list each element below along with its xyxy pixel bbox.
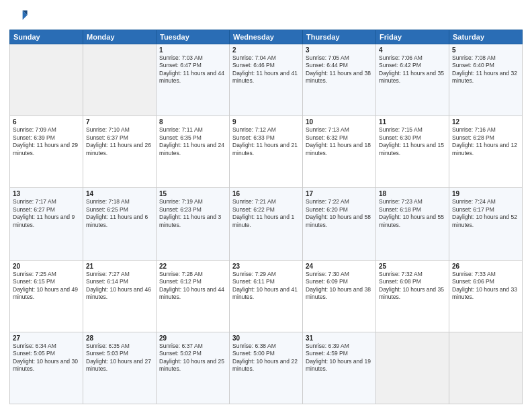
day-info: Sunrise: 7:17 AM Sunset: 6:27 PM Dayligh… [13,198,80,229]
weekday-header-monday: Monday [83,30,157,44]
calendar-cell: 1Sunrise: 7:03 AM Sunset: 6:47 PM Daylig… [157,44,230,116]
day-info: Sunrise: 7:04 AM Sunset: 6:46 PM Dayligh… [232,54,300,85]
day-number: 14 [86,190,153,197]
day-number: 7 [86,118,153,126]
calendar-cell: 24Sunrise: 7:30 AM Sunset: 6:09 PM Dayli… [303,260,376,332]
calendar-cell: 4Sunrise: 7:06 AM Sunset: 6:42 PM Daylig… [376,44,449,116]
day-number: 18 [379,190,446,197]
weekday-header-saturday: Saturday [449,30,523,44]
day-number: 10 [306,118,373,126]
day-number: 6 [13,118,80,126]
day-info: Sunrise: 7:08 AM Sunset: 6:40 PM Dayligh… [452,54,519,85]
calendar-cell: 3Sunrise: 7:05 AM Sunset: 6:44 PM Daylig… [303,44,376,116]
day-number: 19 [452,190,519,197]
calendar-cell: 19Sunrise: 7:24 AM Sunset: 6:17 PM Dayli… [449,188,523,260]
day-number: 29 [159,334,226,342]
calendar-cell [376,332,449,404]
day-number: 21 [86,263,153,270]
calendar: SundayMondayTuesdayWednesdayThursdayFrid… [9,30,523,404]
calendar-cell: 13Sunrise: 7:17 AM Sunset: 6:27 PM Dayli… [10,188,83,260]
day-number: 3 [306,46,373,54]
calendar-cell: 31Sunrise: 6:39 AM Sunset: 4:59 PM Dayli… [303,332,376,404]
weekday-header-thursday: Thursday [303,30,376,44]
day-info: Sunrise: 7:18 AM Sunset: 6:25 PM Dayligh… [86,198,153,229]
calendar-cell: 8Sunrise: 7:11 AM Sunset: 6:35 PM Daylig… [157,116,230,188]
day-number: 20 [13,263,80,270]
weekday-header-sunday: Sunday [10,30,83,44]
calendar-cell: 18Sunrise: 7:23 AM Sunset: 6:18 PM Dayli… [376,188,449,260]
weekday-header-friday: Friday [376,30,449,44]
logo-icon [9,7,28,26]
calendar-cell: 26Sunrise: 7:33 AM Sunset: 6:06 PM Dayli… [449,260,523,332]
day-number: 27 [13,334,80,342]
day-info: Sunrise: 7:05 AM Sunset: 6:44 PM Dayligh… [306,54,373,85]
calendar-cell: 15Sunrise: 7:19 AM Sunset: 6:23 PM Dayli… [157,188,230,260]
day-info: Sunrise: 6:35 AM Sunset: 5:03 PM Dayligh… [86,342,153,373]
day-info: Sunrise: 7:30 AM Sunset: 6:09 PM Dayligh… [306,271,373,302]
calendar-cell: 6Sunrise: 7:09 AM Sunset: 6:39 PM Daylig… [10,116,83,188]
day-number: 22 [159,263,226,270]
calendar-cell: 2Sunrise: 7:04 AM Sunset: 6:46 PM Daylig… [230,44,303,116]
day-number: 1 [159,46,226,54]
day-number: 30 [232,334,300,342]
day-number: 26 [452,263,519,270]
day-info: Sunrise: 7:12 AM Sunset: 6:33 PM Dayligh… [232,126,300,157]
day-info: Sunrise: 7:15 AM Sunset: 6:30 PM Dayligh… [379,126,446,157]
calendar-cell: 22Sunrise: 7:28 AM Sunset: 6:12 PM Dayli… [157,260,230,332]
day-info: Sunrise: 7:27 AM Sunset: 6:14 PM Dayligh… [86,271,153,302]
day-number: 23 [232,263,300,270]
calendar-cell: 11Sunrise: 7:15 AM Sunset: 6:30 PM Dayli… [376,116,449,188]
calendar-cell: 30Sunrise: 6:38 AM Sunset: 5:00 PM Dayli… [230,332,303,404]
day-number: 28 [86,334,153,342]
calendar-cell: 17Sunrise: 7:22 AM Sunset: 6:20 PM Dayli… [303,188,376,260]
day-info: Sunrise: 6:37 AM Sunset: 5:02 PM Dayligh… [159,342,226,373]
calendar-cell: 20Sunrise: 7:25 AM Sunset: 6:15 PM Dayli… [10,260,83,332]
calendar-cell [449,332,523,404]
day-info: Sunrise: 6:34 AM Sunset: 5:05 PM Dayligh… [13,342,80,373]
day-info: Sunrise: 7:10 AM Sunset: 6:37 PM Dayligh… [86,126,153,157]
day-info: Sunrise: 7:25 AM Sunset: 6:15 PM Dayligh… [13,271,80,302]
day-info: Sunrise: 7:24 AM Sunset: 6:17 PM Dayligh… [452,198,519,229]
day-number: 24 [306,263,373,270]
day-number: 8 [159,118,226,126]
day-info: Sunrise: 7:09 AM Sunset: 6:39 PM Dayligh… [13,126,80,157]
day-info: Sunrise: 7:03 AM Sunset: 6:47 PM Dayligh… [159,54,226,85]
calendar-cell: 25Sunrise: 7:32 AM Sunset: 6:08 PM Dayli… [376,260,449,332]
day-number: 16 [232,190,300,197]
day-info: Sunrise: 7:23 AM Sunset: 6:18 PM Dayligh… [379,198,446,229]
day-number: 4 [379,46,446,54]
day-number: 11 [379,118,446,126]
weekday-header-tuesday: Tuesday [157,30,230,44]
day-info: Sunrise: 7:16 AM Sunset: 6:28 PM Dayligh… [452,126,519,157]
day-info: Sunrise: 7:28 AM Sunset: 6:12 PM Dayligh… [159,271,226,302]
day-info: Sunrise: 7:13 AM Sunset: 6:32 PM Dayligh… [306,126,373,157]
day-number: 5 [452,46,519,54]
calendar-cell: 23Sunrise: 7:29 AM Sunset: 6:11 PM Dayli… [230,260,303,332]
day-info: Sunrise: 6:39 AM Sunset: 4:59 PM Dayligh… [306,342,373,373]
day-info: Sunrise: 7:19 AM Sunset: 6:23 PM Dayligh… [159,198,226,229]
calendar-cell: 28Sunrise: 6:35 AM Sunset: 5:03 PM Dayli… [83,332,157,404]
calendar-cell: 9Sunrise: 7:12 AM Sunset: 6:33 PM Daylig… [230,116,303,188]
calendar-cell: 10Sunrise: 7:13 AM Sunset: 6:32 PM Dayli… [303,116,376,188]
day-number: 2 [232,46,300,54]
calendar-cell: 14Sunrise: 7:18 AM Sunset: 6:25 PM Dayli… [83,188,157,260]
logo [9,7,31,26]
day-info: Sunrise: 7:21 AM Sunset: 6:22 PM Dayligh… [232,198,300,229]
day-info: Sunrise: 7:22 AM Sunset: 6:20 PM Dayligh… [306,198,373,229]
day-info: Sunrise: 7:32 AM Sunset: 6:08 PM Dayligh… [379,271,446,302]
day-number: 13 [13,190,80,197]
calendar-cell [83,44,157,116]
day-number: 25 [379,263,446,270]
weekday-header-wednesday: Wednesday [230,30,303,44]
calendar-cell: 27Sunrise: 6:34 AM Sunset: 5:05 PM Dayli… [10,332,83,404]
calendar-cell [10,44,83,116]
day-info: Sunrise: 7:33 AM Sunset: 6:06 PM Dayligh… [452,271,519,302]
day-number: 15 [159,190,226,197]
calendar-cell: 21Sunrise: 7:27 AM Sunset: 6:14 PM Dayli… [83,260,157,332]
calendar-cell: 16Sunrise: 7:21 AM Sunset: 6:22 PM Dayli… [230,188,303,260]
calendar-cell: 5Sunrise: 7:08 AM Sunset: 6:40 PM Daylig… [449,44,523,116]
day-number: 9 [232,118,300,126]
calendar-cell: 29Sunrise: 6:37 AM Sunset: 5:02 PM Dayli… [157,332,230,404]
day-number: 17 [306,190,373,197]
calendar-cell: 7Sunrise: 7:10 AM Sunset: 6:37 PM Daylig… [83,116,157,188]
